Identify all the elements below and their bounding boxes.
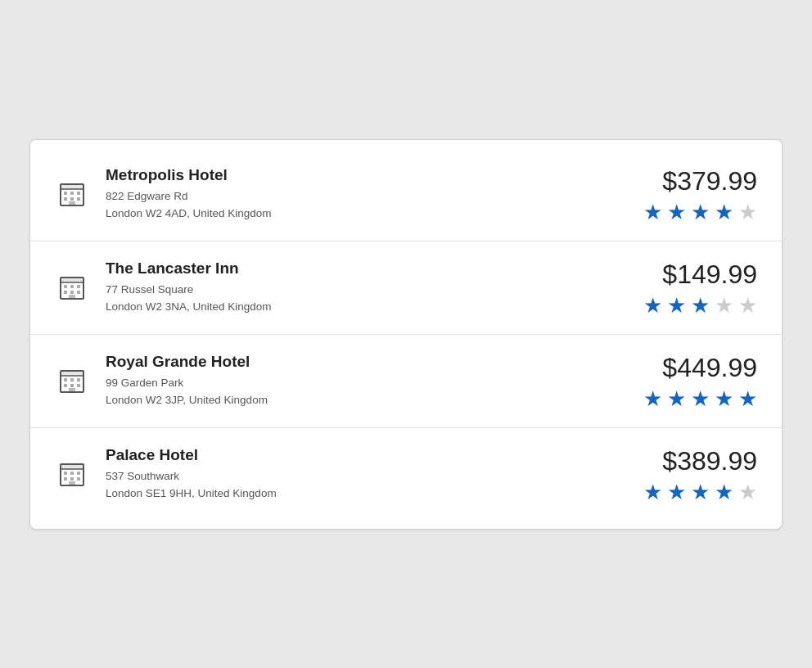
hotel-building-icon xyxy=(55,177,89,211)
svg-rect-11 xyxy=(61,278,83,282)
hotel-address-line2: London W2 3JP, United Kingdom xyxy=(106,392,626,408)
hotel-price: $149.99 xyxy=(626,260,757,290)
svg-rect-5 xyxy=(77,192,80,195)
svg-rect-6 xyxy=(64,197,67,201)
svg-rect-14 xyxy=(70,285,74,288)
svg-rect-1 xyxy=(61,184,83,189)
star-filled-icon: ★ xyxy=(688,201,710,223)
svg-rect-29 xyxy=(69,388,75,392)
star-filled-icon: ★ xyxy=(641,201,662,223)
svg-rect-33 xyxy=(64,472,67,475)
svg-rect-38 xyxy=(77,477,80,481)
svg-rect-21 xyxy=(61,371,83,376)
star-rating: ★★★★★ xyxy=(626,295,757,316)
svg-rect-34 xyxy=(70,472,74,475)
star-filled-icon: ★ xyxy=(665,295,686,316)
star-rating: ★★★★★ xyxy=(626,481,757,503)
hotel-price-rating: $449.99 ★★★★★ xyxy=(626,353,757,409)
star-filled-icon: ★ xyxy=(688,481,710,503)
star-filled-icon: ★ xyxy=(688,295,710,316)
svg-rect-18 xyxy=(77,291,80,294)
hotel-address-line1: 77 Russel Square xyxy=(106,282,626,298)
star-filled-icon: ★ xyxy=(712,481,733,503)
hotel-address-line2: London W2 3NA, United Kingdom xyxy=(106,299,626,315)
svg-rect-8 xyxy=(77,197,80,201)
hotel-info: Palace Hotel 537 Southwark London SE1 9H… xyxy=(106,446,626,502)
svg-rect-25 xyxy=(77,378,80,381)
star-filled-icon: ★ xyxy=(641,388,662,409)
svg-rect-26 xyxy=(64,384,67,387)
svg-rect-9 xyxy=(69,201,75,205)
hotel-price: $379.99 xyxy=(626,166,757,196)
star-filled-icon: ★ xyxy=(712,201,733,223)
hotel-address-line2: London SE1 9HH, United Kingdom xyxy=(106,485,626,502)
star-filled-icon: ★ xyxy=(641,295,662,316)
hotel-name: Metropolis Hotel xyxy=(106,166,626,184)
star-empty-icon: ★ xyxy=(712,295,733,316)
svg-rect-27 xyxy=(70,384,74,387)
hotel-building-icon xyxy=(55,363,89,398)
hotel-address-line1: 99 Garden Park xyxy=(106,375,626,391)
svg-rect-19 xyxy=(69,295,75,299)
star-empty-icon: ★ xyxy=(736,201,757,223)
hotel-price-rating: $389.99 ★★★★★ xyxy=(626,446,757,503)
svg-rect-36 xyxy=(64,477,67,481)
svg-rect-3 xyxy=(64,192,67,195)
hotel-name: Palace Hotel xyxy=(106,446,626,464)
svg-rect-15 xyxy=(77,285,80,288)
svg-rect-28 xyxy=(77,384,80,387)
hotel-building-icon xyxy=(55,457,89,491)
hotel-list: Metropolis Hotel 822 Edgware Rd London W… xyxy=(29,139,783,530)
svg-rect-7 xyxy=(70,197,74,201)
star-filled-icon: ★ xyxy=(665,201,686,223)
svg-rect-17 xyxy=(70,291,74,294)
svg-rect-13 xyxy=(64,285,67,288)
hotel-address-line2: London W2 4AD, United Kingdom xyxy=(106,205,626,222)
star-filled-icon: ★ xyxy=(665,481,686,503)
svg-rect-31 xyxy=(61,464,83,469)
hotel-price-rating: $379.99 ★★★★★ xyxy=(626,166,757,223)
hotel-name: The Lancaster Inn xyxy=(106,260,626,278)
hotel-row[interactable]: The Lancaster Inn 77 Russel Square Londo… xyxy=(30,241,782,335)
hotel-row[interactable]: Palace Hotel 537 Southwark London SE1 9H… xyxy=(30,428,782,521)
svg-rect-23 xyxy=(64,378,67,381)
star-empty-icon: ★ xyxy=(736,295,757,316)
hotel-name: Royal Grande Hotel xyxy=(106,353,626,371)
hotel-info: Royal Grande Hotel 99 Garden Park London… xyxy=(106,353,626,408)
star-filled-icon: ★ xyxy=(641,481,662,503)
hotel-price: $389.99 xyxy=(626,446,757,476)
hotel-address-line1: 537 Southwark xyxy=(106,468,626,485)
star-filled-icon: ★ xyxy=(736,388,757,409)
star-rating: ★★★★★ xyxy=(626,201,757,223)
svg-rect-39 xyxy=(69,481,75,485)
hotel-row[interactable]: Royal Grande Hotel 99 Garden Park London… xyxy=(30,335,782,428)
hotel-price: $449.99 xyxy=(626,353,757,383)
star-empty-icon: ★ xyxy=(736,481,757,503)
hotel-row[interactable]: Metropolis Hotel 822 Edgware Rd London W… xyxy=(30,148,782,241)
hotel-address-line1: 822 Edgware Rd xyxy=(106,188,626,205)
svg-rect-4 xyxy=(70,192,74,195)
star-filled-icon: ★ xyxy=(688,388,710,409)
svg-rect-35 xyxy=(77,472,80,475)
svg-rect-24 xyxy=(70,378,74,381)
star-filled-icon: ★ xyxy=(665,388,686,409)
hotel-info: Metropolis Hotel 822 Edgware Rd London W… xyxy=(106,166,626,222)
star-filled-icon: ★ xyxy=(712,388,733,409)
hotel-info: The Lancaster Inn 77 Russel Square Londo… xyxy=(106,260,626,315)
hotel-building-icon xyxy=(55,270,89,305)
svg-rect-16 xyxy=(64,291,67,294)
star-rating: ★★★★★ xyxy=(626,388,757,409)
svg-rect-37 xyxy=(70,477,74,481)
hotel-price-rating: $149.99 ★★★★★ xyxy=(626,260,757,316)
